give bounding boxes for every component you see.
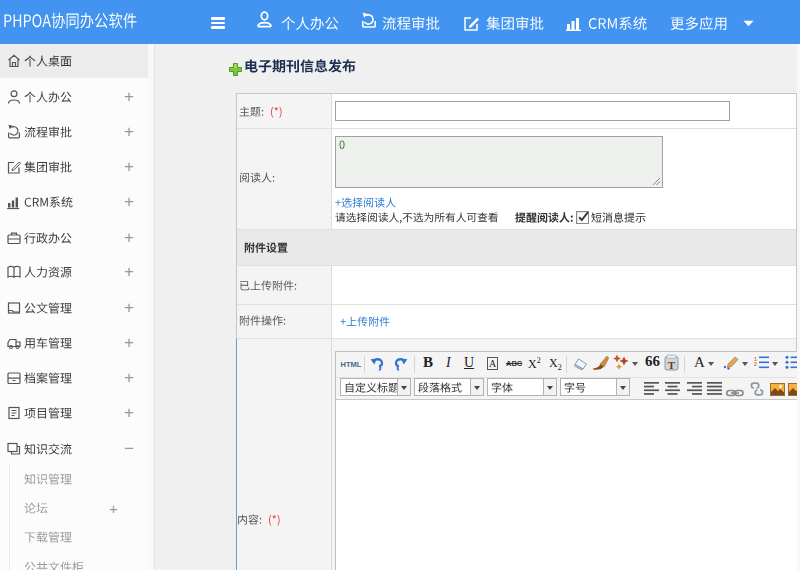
svg-text:T: T xyxy=(668,359,676,371)
svg-text:2: 2 xyxy=(754,361,757,367)
